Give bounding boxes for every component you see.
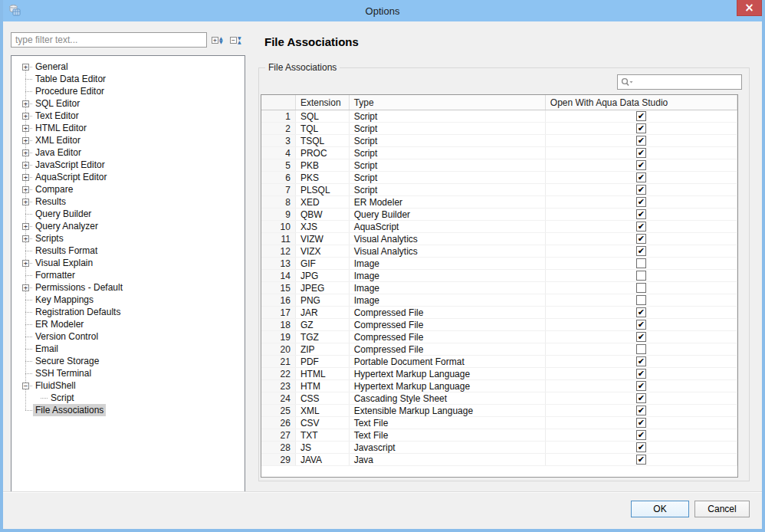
open-with-checkbox[interactable]: ✔ (636, 332, 646, 342)
open-with-checkbox[interactable]: ✔ (636, 185, 646, 195)
open-with-checkbox[interactable]: ✔ (636, 283, 646, 293)
expand-icon[interactable]: + (22, 260, 29, 267)
search-input[interactable] (636, 75, 741, 89)
open-with-checkbox[interactable]: ✔ (636, 455, 646, 465)
table-row[interactable]: 6PKSScript✔ (261, 172, 737, 184)
open-with-checkbox[interactable]: ✔ (636, 393, 646, 403)
table-row[interactable]: 3TSQLScript✔ (261, 135, 737, 147)
sidebar-item-compare[interactable]: +Compare (11, 183, 245, 195)
table-row[interactable]: 14JPGImage✔ (261, 270, 737, 282)
sidebar-item-registration-defaults[interactable]: Registration Defaults (11, 306, 245, 318)
expand-icon[interactable]: + (22, 162, 29, 169)
open-with-checkbox[interactable]: ✔ (636, 295, 646, 305)
expand-icon[interactable]: + (22, 199, 29, 205)
sidebar-item-javascript-editor[interactable]: +JavaScript Editor (11, 159, 245, 171)
sidebar-item-sql-editor[interactable]: +SQL Editor (11, 97, 245, 110)
sidebar-item-html-editor[interactable]: +HTML Editor (11, 122, 245, 134)
sidebar-item-formatter[interactable]: Formatter (11, 269, 245, 281)
open-with-checkbox[interactable]: ✔ (636, 418, 646, 428)
open-with-checkbox[interactable]: ✔ (636, 172, 646, 182)
open-with-checkbox[interactable]: ✔ (636, 344, 646, 354)
sidebar-item-script[interactable]: Script (11, 392, 245, 404)
table-row[interactable]: 21PDFPortable Document Format✔ (261, 356, 737, 368)
table-row[interactable]: 12VIZXVisual Analytics✔ (261, 245, 737, 258)
cancel-button[interactable]: Cancel (694, 501, 750, 517)
expand-icon[interactable]: + (22, 137, 29, 144)
sidebar-item-procedure-editor[interactable]: Procedure Editor (11, 85, 245, 97)
table-row[interactable]: 10XJSAquaScript✔ (261, 221, 737, 233)
open-with-checkbox[interactable]: ✔ (636, 320, 646, 330)
expand-icon[interactable]: + (22, 284, 29, 291)
filter-input[interactable] (11, 32, 207, 48)
sidebar-item-aquascript-editor[interactable]: +AquaScript Editor (11, 171, 245, 183)
expand-icon[interactable]: + (22, 149, 29, 156)
table-row[interactable]: 17JARCompressed File✔ (261, 307, 737, 319)
table-row[interactable]: 29JAVAJava✔ (261, 454, 737, 466)
table-row[interactable]: 7PLSQLScript✔ (261, 184, 737, 196)
expand-icon[interactable]: + (22, 235, 29, 242)
table-row[interactable]: 5PKBScript✔ (261, 159, 737, 172)
open-with-checkbox[interactable]: ✔ (636, 442, 646, 452)
expand-icon[interactable]: + (22, 186, 29, 193)
table-row[interactable]: 8XEDER Modeler✔ (261, 196, 737, 209)
table-row[interactable]: 13GIFImage✔ (261, 258, 737, 270)
open-with-checkbox[interactable]: ✔ (636, 406, 646, 415)
sidebar-item-query-builder[interactable]: Query Builder (11, 208, 245, 220)
sidebar-item-ssh-terminal[interactable]: SSH Terminal (11, 367, 245, 379)
app-icon[interactable] (8, 4, 21, 18)
open-with-checkbox[interactable]: ✔ (636, 197, 646, 207)
sidebar-item-version-control[interactable]: Version Control (11, 330, 245, 343)
sidebar-item-er-modeler[interactable]: ER Modeler (11, 318, 245, 330)
sidebar-item-visual-explain[interactable]: +Visual Explain (11, 257, 245, 269)
expand-icon[interactable]: + (22, 64, 29, 71)
sidebar-item-key-mappings[interactable]: Key Mappings (11, 294, 245, 306)
table-row[interactable]: 25XMLExtensible Markup Language✔ (261, 405, 737, 417)
table-row[interactable]: 19TGZCompressed File✔ (261, 331, 737, 343)
expand-icon[interactable]: + (22, 223, 29, 230)
open-with-checkbox[interactable]: ✔ (636, 430, 646, 440)
expand-icon[interactable]: + (22, 113, 29, 120)
table-row[interactable]: 18GZCompressed File✔ (261, 319, 737, 331)
table-row[interactable]: 2TQLScript✔ (261, 123, 737, 135)
ok-button[interactable]: OK (631, 501, 689, 517)
table-row[interactable]: 16PNGImage✔ (261, 294, 737, 307)
sidebar-item-xml-editor[interactable]: +XML Editor (11, 134, 245, 146)
table-row[interactable]: 28JSJavascript✔ (261, 442, 737, 454)
sidebar-item-java-editor[interactable]: +Java Editor (11, 146, 245, 159)
expand-icon[interactable]: + (22, 125, 29, 132)
sidebar-item-permissions-default[interactable]: +Permissions - Default (11, 281, 245, 294)
open-with-checkbox[interactable]: ✔ (636, 111, 646, 121)
sidebar-item-email[interactable]: Email (11, 343, 245, 355)
sidebar-item-text-editor[interactable]: +Text Editor (11, 110, 245, 122)
open-with-checkbox[interactable]: ✔ (636, 136, 646, 146)
open-with-checkbox[interactable]: ✔ (636, 234, 646, 244)
expand-icon[interactable]: + (22, 100, 29, 107)
table-row[interactable]: 1SQLScript✔ (261, 110, 737, 123)
table-row[interactable]: 4PROCScript✔ (261, 147, 737, 159)
collapse-icon[interactable]: − (22, 383, 29, 389)
sidebar-item-general[interactable]: +General (11, 61, 245, 73)
sidebar-item-secure-storage[interactable]: Secure Storage (11, 355, 245, 367)
table-row[interactable]: 26CSVText File✔ (261, 417, 737, 429)
table-row[interactable]: 24CSSCascading Style Sheet✔ (261, 392, 737, 405)
open-with-checkbox[interactable]: ✔ (636, 209, 646, 219)
sidebar-item-table-data-editor[interactable]: Table Data Editor (11, 73, 245, 85)
table-row[interactable]: 15JPEGImage✔ (261, 282, 737, 294)
sidebar-item-results[interactable]: +Results (11, 195, 245, 208)
open-with-checkbox[interactable]: ✔ (636, 148, 646, 158)
open-with-checkbox[interactable]: ✔ (636, 222, 646, 232)
open-with-checkbox[interactable]: ✔ (636, 307, 646, 317)
sidebar-item-query-analyzer[interactable]: +Query Analyzer (11, 220, 245, 232)
open-with-checkbox[interactable]: ✔ (636, 381, 646, 391)
expand-icon[interactable]: + (22, 174, 29, 181)
collapse-all-button[interactable]: − ▼▲ (230, 33, 247, 47)
search-icon[interactable] (618, 75, 636, 89)
sidebar-item-file-associations[interactable]: File Associations (11, 404, 245, 416)
open-with-checkbox[interactable]: ✔ (636, 271, 646, 281)
open-with-checkbox[interactable]: ✔ (636, 160, 646, 170)
open-with-checkbox[interactable]: ✔ (636, 123, 646, 133)
open-with-checkbox[interactable]: ✔ (636, 356, 646, 366)
open-with-checkbox[interactable]: ✔ (636, 258, 646, 268)
titlebar[interactable]: Options × (0, 0, 765, 21)
expand-all-button[interactable]: + ▲▼ (212, 33, 228, 47)
